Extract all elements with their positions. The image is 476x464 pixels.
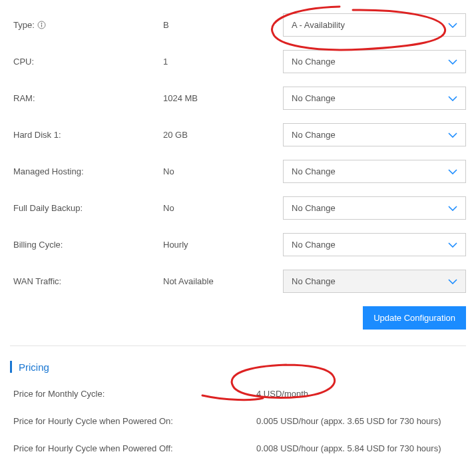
config-current-value: No — [163, 166, 283, 176]
label-text: Type: — [13, 20, 35, 30]
config-row: Type:BA - Availability — [10, 13, 466, 37]
select-value: No Change — [292, 203, 336, 213]
chevron-down-icon — [448, 132, 457, 138]
price-label: Price for Hourly Cycle when Powered Off: — [10, 443, 256, 453]
config-select[interactable]: No Change — [283, 196, 466, 220]
config-label: Billing Cycle: — [10, 240, 163, 250]
config-current-value: B — [163, 20, 283, 30]
config-row: Managed Hosting:NoNo Change — [10, 160, 466, 183]
chevron-down-icon — [448, 206, 457, 211]
chevron-down-icon — [448, 242, 457, 248]
config-select[interactable]: A - Availability — [283, 13, 466, 37]
config-row: Billing Cycle:HourlyNo Change — [10, 233, 466, 256]
config-select[interactable]: No Change — [283, 160, 466, 183]
label-text: CPU: — [13, 57, 34, 67]
price-value: 0.005 USD/hour (appx. 3.65 USD for 730 h… — [256, 416, 466, 426]
config-label: Hard Disk 1: — [10, 130, 163, 140]
label-text: Billing Cycle: — [13, 240, 63, 250]
label-text: WAN Traffic: — [13, 276, 61, 286]
config-current-value: No — [163, 203, 283, 213]
chevron-down-icon — [448, 279, 457, 284]
select-value: No Change — [292, 93, 336, 103]
label-text: Managed Hosting: — [13, 166, 84, 176]
price-label: Price for Hourly Cycle when Powered On: — [10, 416, 256, 426]
svg-rect-2 — [41, 25, 42, 27]
config-select[interactable]: No Change — [283, 233, 466, 256]
price-row: Price for Monthly Cycle:4 USD/month — [10, 389, 466, 399]
configuration-form: Type:BA - AvailabilityCPU:1No ChangeRAM:… — [10, 13, 466, 293]
config-current-value: 1 — [163, 57, 283, 67]
config-label: WAN Traffic: — [10, 276, 163, 286]
label-text: Hard Disk 1: — [13, 130, 61, 140]
config-current-value: 20 GB — [163, 130, 283, 140]
section-divider — [10, 346, 466, 346]
chevron-down-icon — [448, 23, 457, 28]
pricing-section-header: Pricing — [10, 361, 466, 373]
select-value: No Change — [292, 130, 336, 140]
label-text: RAM: — [13, 93, 35, 103]
label-text: Full Daily Backup: — [13, 203, 83, 213]
pricing-list: Price for Monthly Cycle:4 USD/monthPrice… — [10, 389, 466, 453]
config-current-value: Hourly — [163, 240, 283, 250]
update-configuration-button[interactable]: Update Configuration — [363, 306, 466, 330]
config-row: CPU:1No Change — [10, 50, 466, 73]
price-row: Price for Hourly Cycle when Powered On:0… — [10, 416, 466, 426]
chevron-down-icon — [448, 96, 457, 101]
config-label: CPU: — [10, 57, 163, 67]
config-select[interactable]: No Change — [283, 87, 466, 110]
config-row: Hard Disk 1:20 GBNo Change — [10, 123, 466, 146]
price-row: Price for Hourly Cycle when Powered Off:… — [10, 443, 466, 453]
chevron-down-icon — [448, 169, 457, 174]
price-value: 4 USD/month — [256, 389, 466, 399]
config-label: RAM: — [10, 93, 163, 103]
section-accent-bar — [10, 361, 12, 373]
chevron-down-icon — [448, 59, 457, 65]
select-value: A - Availability — [292, 20, 345, 30]
config-row: WAN Traffic:Not AvailableNo Change — [10, 270, 466, 293]
action-row: Update Configuration — [10, 306, 466, 330]
select-value: No Change — [292, 240, 336, 250]
config-label: Managed Hosting: — [10, 166, 163, 176]
price-value: 0.008 USD/hour (appx. 5.84 USD for 730 h… — [256, 443, 466, 453]
price-label: Price for Monthly Cycle: — [10, 389, 256, 399]
config-current-value: Not Available — [163, 276, 283, 286]
config-row: Full Daily Backup:NoNo Change — [10, 196, 466, 220]
select-value: No Change — [292, 276, 336, 286]
info-icon — [37, 21, 46, 29]
config-row: RAM:1024 MBNo Change — [10, 87, 466, 110]
config-select: No Change — [283, 270, 466, 293]
config-label: Type: — [10, 20, 163, 30]
config-select[interactable]: No Change — [283, 123, 466, 146]
config-current-value: 1024 MB — [163, 93, 283, 103]
svg-point-1 — [41, 23, 42, 24]
config-select[interactable]: No Change — [283, 50, 466, 73]
select-value: No Change — [292, 57, 336, 67]
config-label: Full Daily Backup: — [10, 203, 163, 213]
select-value: No Change — [292, 166, 336, 176]
pricing-title: Pricing — [19, 361, 49, 373]
